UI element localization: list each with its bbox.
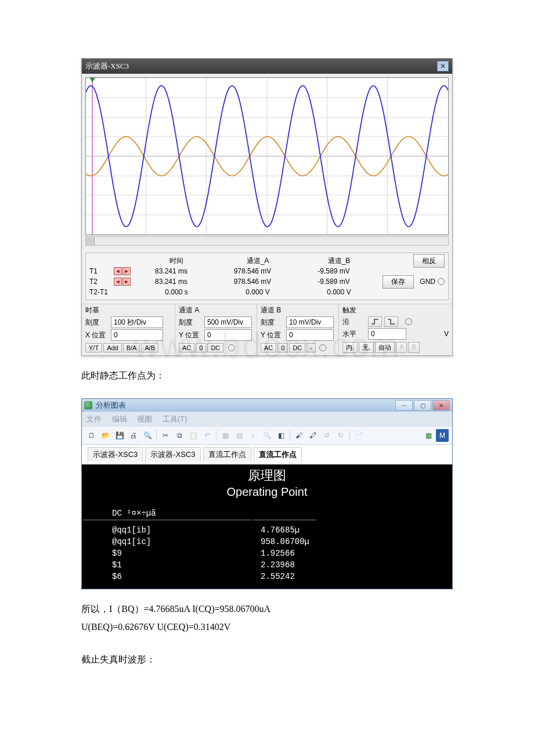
copy-icon[interactable]: ⧉	[173, 429, 186, 442]
doc-line-2: 所以，I（BQ）=4.76685uA I(CQ)=958.06700uA	[81, 601, 453, 617]
rotate-right-icon[interactable]: ↻	[334, 429, 347, 442]
export-icon[interactable]: 📄	[352, 429, 365, 442]
menu-file[interactable]: 文件	[86, 415, 102, 423]
trigger-edge-falling-icon[interactable]	[384, 316, 398, 327]
trigger-section: 触发 沿 水平 V 内. 无. 自动 A B	[339, 304, 452, 355]
gnd-label: GND	[420, 278, 435, 286]
trigger-mode-int[interactable]: 内.	[342, 342, 358, 353]
close-icon[interactable]: ✕	[437, 61, 449, 71]
doc-line-4: 截止失真时波形：	[81, 651, 453, 667]
undo-icon[interactable]: ↶	[201, 429, 214, 442]
col-time: 时间	[136, 256, 217, 266]
oscilloscope-title: 示波器-XSC3	[85, 61, 129, 71]
save-icon[interactable]: 💾	[113, 429, 126, 442]
chb-mode-dc[interactable]: DC	[289, 343, 305, 352]
chb-ypos-input[interactable]	[286, 329, 334, 341]
cut-icon[interactable]: ✂	[159, 429, 172, 442]
grapher-title: 分析图表	[96, 400, 126, 411]
cursor-delta-label: T2-T1	[89, 288, 136, 296]
minimize-button[interactable]: ─	[395, 400, 413, 411]
trigger-mode-auto[interactable]: 自动	[375, 342, 395, 353]
cha-mode-ac[interactable]: AC	[179, 343, 194, 352]
cha-mode-dc[interactable]: DC	[207, 343, 223, 352]
tab-xsc3-1[interactable]: 示波器-XSC3	[88, 447, 143, 462]
gnd-radio[interactable]	[438, 278, 445, 285]
doc-line-1: 此时静态工作点为：	[81, 368, 453, 383]
tab-dcop-1[interactable]: 直流工作点	[203, 447, 251, 462]
cursor-t2-label: T2	[89, 278, 113, 286]
open-icon[interactable]: 📂	[99, 429, 112, 442]
cursor-t1-label: T1	[89, 267, 113, 275]
cursor-t2-arrows[interactable]: ◄►	[114, 278, 131, 286]
timebase-scale-input[interactable]	[111, 316, 163, 328]
horizontal-scrollbar[interactable]	[85, 236, 449, 246]
blackbg-icon[interactable]: ◧	[275, 429, 287, 442]
mode-add[interactable]: Add	[103, 343, 122, 352]
grapher-menubar: 文件 编辑 视图 工具(T)	[82, 412, 452, 427]
scope-waveform	[86, 78, 448, 235]
trigger-src-b[interactable]: B	[408, 342, 419, 353]
mode-ab[interactable]: A/B	[141, 343, 158, 352]
tab-xsc3-2[interactable]: 示波器-XSC3	[145, 447, 200, 462]
scope-control-panel: 时基 刻度 X 位置 Y/T Add B/A A/B 通道 A	[82, 304, 452, 355]
timebase-section: 时基 刻度 X 位置 Y/T Add B/A A/B	[82, 304, 175, 355]
rotate-left-icon[interactable]: ↺	[320, 429, 333, 442]
chb-coupling-radio[interactable]	[319, 344, 326, 351]
mode-ba[interactable]: B/A	[123, 343, 140, 352]
table-row: @qq1[ic]958.06700µ	[83, 537, 316, 547]
mathcad-icon[interactable]: M	[436, 429, 449, 442]
trigger-edge-rising-icon[interactable]	[368, 316, 382, 327]
paint-icon[interactable]: 🖌	[293, 429, 305, 442]
grapher-titlebar: 分析图表 ─ ▢ ✕	[82, 399, 452, 412]
table-row: $12.23968	[83, 560, 316, 570]
oscilloscope-titlebar: 示波器-XSC3 ✕	[82, 59, 452, 74]
paste-icon[interactable]: 📋	[187, 429, 200, 442]
new-icon[interactable]: 🗋	[85, 429, 98, 442]
cursor-icon[interactable]: ⫶	[247, 429, 259, 442]
report-panel: 原理图 Operating Point DC ¹¤×÷µã @qq1[ib]4.…	[82, 465, 452, 589]
chb-mode-invert[interactable]: -	[306, 343, 316, 352]
timebase-xpos-input[interactable]	[111, 329, 163, 341]
print-icon[interactable]: 🖨	[127, 429, 140, 442]
mode-yt[interactable]: Y/T	[85, 343, 102, 352]
preview-icon[interactable]: 🔍	[141, 429, 154, 442]
cha-mode-0[interactable]: 0	[196, 343, 206, 352]
col-channel-a: 通道_A	[217, 256, 298, 266]
channel-b-section: 通道 B 刻度 Y 位置 AC 0 DC -	[257, 304, 339, 355]
menu-tools[interactable]: 工具(T)	[163, 415, 187, 423]
grapher-app-icon	[84, 401, 92, 409]
menu-view[interactable]: 视图	[137, 415, 152, 423]
tab-dcop-2[interactable]: 直流工作点	[254, 447, 302, 462]
table-row: $91.92566	[83, 548, 316, 559]
cha-scale-input[interactable]	[204, 316, 252, 328]
chb-mode-0[interactable]: 0	[277, 343, 288, 352]
cursor-t1-arrows[interactable]: ◄►	[114, 267, 131, 275]
chb-mode-ac[interactable]: AC	[261, 343, 276, 352]
paint2-icon[interactable]: 🖍	[306, 429, 319, 442]
grid-icon[interactable]: ▦	[219, 429, 232, 442]
report-op-title: Operating Point	[82, 485, 452, 499]
scope-plot-area[interactable]	[85, 77, 449, 235]
trigger-mode-none[interactable]: 无.	[359, 342, 374, 353]
close-button[interactable]: ✕	[432, 400, 450, 411]
excel-icon[interactable]: ▦	[422, 429, 435, 442]
col-channel-b: 通道_B	[298, 256, 380, 266]
doc-line-3: U(BEQ)=0.62676V U(CEQ)=0.31402V	[81, 619, 453, 635]
channel-a-section: 通道 A 刻度 Y 位置 AC 0 DC	[175, 304, 257, 355]
chb-scale-input[interactable]	[286, 316, 334, 328]
trigger-level-input[interactable]	[368, 328, 406, 340]
grapher-window: 分析图表 ─ ▢ ✕ 文件 编辑 视图 工具(T) 🗋 📂 💾 🖨 🔍 ✂ ⧉ …	[81, 398, 453, 589]
maximize-button[interactable]: ▢	[414, 400, 431, 411]
oscilloscope-window: 示波器-XSC3 ✕	[81, 58, 453, 356]
zoom-icon[interactable]: 🔍	[261, 429, 273, 442]
svg-marker-15	[90, 78, 95, 82]
cha-ypos-input[interactable]	[204, 329, 252, 341]
grapher-tabs: 示波器-XSC3 示波器-XSC3 直流工作点 直流工作点	[82, 445, 452, 465]
cha-coupling-radio[interactable]	[228, 344, 235, 351]
reverse-button[interactable]: 相反	[413, 254, 445, 268]
save-button[interactable]: 保存	[383, 275, 414, 289]
trigger-src-a[interactable]: A	[396, 342, 407, 353]
menu-edit[interactable]: 编辑	[112, 415, 127, 423]
legend-icon[interactable]: ▤	[233, 429, 246, 442]
trigger-edge-radio[interactable]	[405, 318, 412, 325]
